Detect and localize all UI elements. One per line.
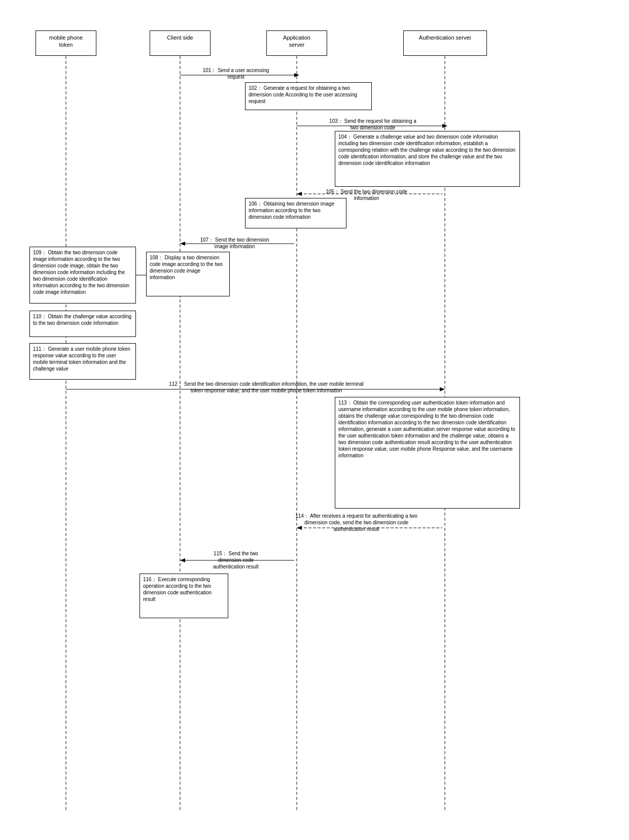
step-108: 108： Display a two dimension code image … xyxy=(146,252,230,296)
step-116: 116： Execute corresponding operation acc… xyxy=(139,574,228,618)
svg-marker-9 xyxy=(297,192,302,196)
step-104: 104： Generate a challenge value and two … xyxy=(335,131,520,187)
step-107: 107： Send the two dimensionimage informa… xyxy=(185,234,284,253)
svg-marker-15 xyxy=(440,387,445,391)
step-106: 106： Obtaining two dimension image infor… xyxy=(245,198,346,228)
step-112: 112： Send the two dimension code identif… xyxy=(101,379,431,396)
actor-mobile: mobile phone token xyxy=(36,30,96,56)
step-102: 102： Generate a request for obtaining a … xyxy=(245,82,372,110)
diagram: mobile phone token Client side Applicati… xyxy=(0,0,629,840)
step-109: 109： Obtain the two dimension code image… xyxy=(29,247,136,304)
svg-marker-11 xyxy=(180,242,185,246)
step-115: 115： Send the twodimension codeauthentic… xyxy=(185,548,287,573)
step-113: 113： Obtain the corresponding user authe… xyxy=(335,397,520,509)
svg-marker-7 xyxy=(442,124,447,128)
step-111: 111： Generate a user mobile phone token … xyxy=(29,343,136,380)
svg-marker-19 xyxy=(180,558,185,562)
actor-client: Client side xyxy=(150,30,211,56)
actor-app: Application server xyxy=(266,30,327,56)
step-114: 114： After receives a request for authen… xyxy=(287,511,426,542)
step-110: 110： Obtain the challenge value accordin… xyxy=(29,311,136,337)
actor-auth: Authentication server xyxy=(403,30,487,56)
svg-marker-5 xyxy=(294,73,299,77)
step-101: 101： Send a user accessingrequest xyxy=(188,65,284,83)
